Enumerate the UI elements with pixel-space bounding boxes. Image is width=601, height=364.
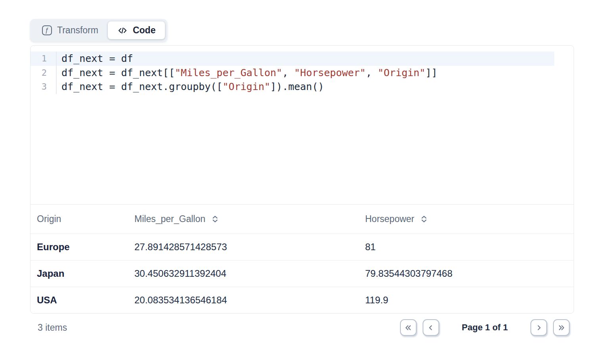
cell-miles-per-gallon: 20.083534136546184	[128, 295, 359, 306]
first-page-button[interactable]	[400, 319, 417, 336]
line-number: 2	[31, 66, 57, 80]
line-number: 1	[31, 52, 57, 66]
function-icon: ƒ	[42, 25, 52, 35]
pagination-bar: 3 items Page 1 of 1	[30, 319, 574, 336]
column-header-horsepower[interactable]: Horsepower	[359, 214, 574, 224]
cell-horsepower: 79.83544303797468	[359, 268, 574, 279]
code-segment: df_next = df	[61, 53, 133, 64]
cell-origin: Europe	[31, 241, 128, 253]
previous-page-button[interactable]	[423, 319, 439, 336]
code-string-segment: "Origin"	[222, 81, 270, 92]
cell-miles-per-gallon: 30.450632911392404	[128, 268, 359, 279]
cell-horsepower: 81	[359, 241, 574, 253]
code-text: df_next = df_next[["Miles_per_Gallon", "…	[57, 66, 574, 80]
column-header-miles-per-gallon-label: Miles_per_Gallon	[134, 214, 205, 224]
code-line: 1 df_next = df	[31, 52, 574, 66]
code-segment: ,	[366, 67, 378, 79]
code-segment: ]]	[425, 67, 437, 79]
page: ƒ Transform Code 1 df_next = df 2 df_nex…	[30, 19, 574, 336]
code-segment: df_next = df_next.groupby([	[61, 81, 222, 92]
chevron-right-icon	[535, 324, 543, 332]
code-segment: ]).mean()	[270, 81, 324, 92]
items-count: 3 items	[38, 322, 67, 333]
page-status: Page 1 of 1	[462, 322, 508, 333]
code-text: df_next = df	[57, 52, 574, 66]
pagination-controls: Page 1 of 1	[400, 319, 570, 336]
cell-miles-per-gallon: 27.891428571428573	[128, 241, 359, 253]
tab-transform[interactable]: ƒ Transform	[33, 21, 108, 39]
column-header-miles-per-gallon[interactable]: Miles_per_Gallon	[128, 214, 359, 224]
function-icon-glyph: ƒ	[45, 27, 49, 34]
column-header-origin: Origin	[31, 214, 128, 224]
table-row: Europe 27.891428571428573 81	[31, 234, 574, 260]
tab-code[interactable]: Code	[108, 21, 165, 39]
line-number: 3	[31, 80, 57, 94]
cell-horsepower: 119.9	[359, 295, 574, 306]
results-table: Origin Miles_per_Gallon Horsepower	[31, 204, 574, 313]
next-page-button[interactable]	[530, 319, 547, 336]
table-row: USA 20.083534136546184 119.9	[31, 287, 574, 313]
table-header-row: Origin Miles_per_Gallon Horsepower	[31, 204, 574, 234]
tab-code-label: Code	[133, 25, 156, 36]
sort-icon	[420, 215, 428, 223]
column-header-horsepower-label: Horsepower	[365, 214, 414, 224]
view-mode-tabs: ƒ Transform Code	[30, 19, 167, 42]
code-line: 2 df_next = df_next[["Miles_per_Gallon",…	[31, 66, 574, 80]
code-editor[interactable]: 1 df_next = df 2 df_next = df_next[["Mil…	[31, 46, 574, 204]
tab-transform-label: Transform	[57, 25, 98, 36]
cell-origin: USA	[31, 295, 128, 306]
code-string-segment: "Horsepower"	[294, 67, 366, 79]
code-and-results-panel: 1 df_next = df 2 df_next = df_next[["Mil…	[30, 45, 574, 314]
code-string-segment: "Origin"	[378, 67, 425, 79]
sort-icon	[211, 215, 219, 223]
code-string-segment: "Miles_per_Gallon"	[175, 67, 282, 79]
column-header-origin-label: Origin	[37, 214, 61, 224]
chevrons-left-icon	[404, 324, 412, 332]
last-page-button[interactable]	[553, 319, 570, 336]
cell-origin: Japan	[31, 268, 128, 279]
code-segment: ,	[282, 67, 294, 79]
code-segment: df_next = df_next[[	[61, 67, 175, 79]
code-line: 3 df_next = df_next.groupby(["Origin"]).…	[31, 80, 574, 94]
chevrons-right-icon	[557, 324, 566, 332]
chevron-left-icon	[427, 324, 435, 332]
table-row: Japan 30.450632911392404 79.835443037974…	[31, 260, 574, 287]
code-text: df_next = df_next.groupby(["Origin"]).me…	[57, 80, 574, 94]
code-icon	[117, 25, 128, 36]
